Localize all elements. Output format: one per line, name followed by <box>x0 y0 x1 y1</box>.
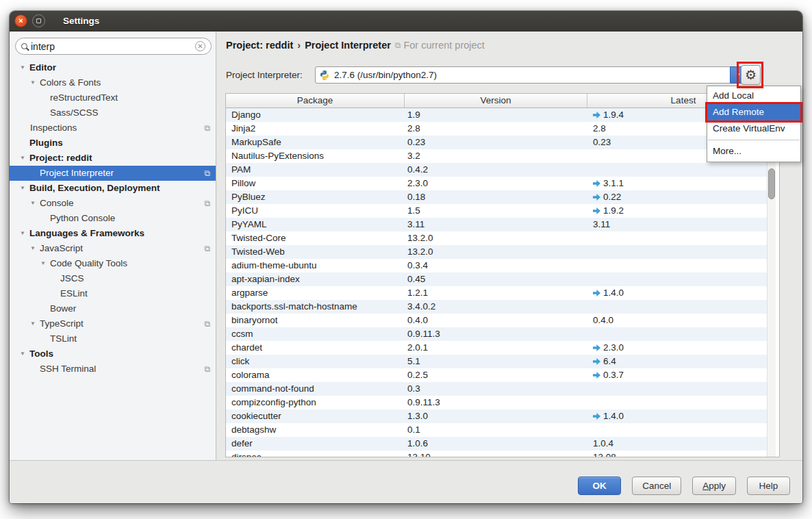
table-row[interactable]: command-not-found0.3 <box>226 382 767 396</box>
sidebar-item-inspections[interactable]: Inspections⧉ <box>10 121 216 136</box>
latest-version-text: 1.4.0 <box>603 409 624 423</box>
table-row[interactable]: debtagshw0.1 <box>226 423 767 437</box>
sidebar-item-sass-scss[interactable]: Sass/SCSS <box>10 105 216 121</box>
table-row[interactable]: PAM0.4.2 <box>226 163 767 177</box>
settings-search-input[interactable]: interp ✕ <box>15 38 212 55</box>
latest-version-text: 3.11 <box>593 218 610 231</box>
table-row[interactable]: apt-xapian-index0.45 <box>226 273 767 286</box>
table-row[interactable]: ccsm0.9.11.3 <box>226 327 767 341</box>
sidebar-item-jscs[interactable]: JSCS <box>10 271 216 286</box>
table-row[interactable]: MarkupSafe0.230.23 <box>226 136 767 149</box>
table-row[interactable]: Nautilus-PyExtensions3.2 <box>226 149 767 163</box>
table-row[interactable]: Twisted-Core13.2.0 <box>226 231 767 245</box>
expand-arrow-icon[interactable]: ▼ <box>20 151 29 166</box>
cell-version: 1.9 <box>405 108 587 122</box>
column-header-package[interactable]: Package <box>226 94 405 107</box>
ok-button[interactable]: OK <box>578 477 621 495</box>
sidebar-item-label: Tools <box>29 346 53 362</box>
table-row[interactable]: Twisted-Web13.2.0 <box>226 245 767 259</box>
scrollbar-thumb[interactable] <box>768 168 775 199</box>
cell-package: colorama <box>226 368 405 382</box>
table-row[interactable]: Jinja22.82.8 <box>226 122 767 136</box>
sidebar-item-code-quality-tools[interactable]: ▼Code Quality Tools <box>10 256 216 271</box>
menu-item-create-virtualenv[interactable]: Create VirtualEnv <box>707 121 800 137</box>
breadcrumb-page: Project Interpreter <box>305 40 391 51</box>
column-header-version[interactable]: Version <box>405 94 587 107</box>
interpreter-gear-button[interactable]: ⚙ <box>741 65 761 85</box>
sidebar-item-label: TSLint <box>50 331 77 346</box>
sidebar-item-project-interpreter[interactable]: Project Interpreter⧉ <box>10 166 216 181</box>
sidebar-item-python-console[interactable]: Python Console <box>10 211 216 226</box>
table-row[interactable]: argparse1.2.11.4.0 <box>226 286 767 300</box>
cell-latest <box>587 423 767 437</box>
cell-latest: 0.4.0 <box>587 314 767 327</box>
expand-arrow-icon[interactable]: ▼ <box>20 346 29 362</box>
sidebar-item-colors-fonts[interactable]: ▼Colors & Fonts <box>10 75 216 90</box>
sidebar-item-bower[interactable]: Bower <box>10 301 216 316</box>
table-row[interactable]: defer1.0.61.0.4 <box>226 437 767 451</box>
table-row[interactable]: dirspec13.1013.08 <box>226 451 767 457</box>
sidebar-item-plugins[interactable]: Plugins <box>10 136 216 151</box>
cell-version: 2.3.0 <box>405 177 587 190</box>
sidebar-item-tslint[interactable]: TSLint <box>10 331 216 346</box>
expand-arrow-icon[interactable]: ▼ <box>20 60 29 75</box>
upgrade-arrow-icon <box>593 413 600 420</box>
expand-arrow-icon[interactable]: ▼ <box>20 226 29 241</box>
table-row[interactable]: Django1.91.9.4 <box>226 108 767 122</box>
package-table-body: Django1.91.9.4Jinja22.82.8MarkupSafe0.23… <box>226 108 767 457</box>
cell-latest <box>587 382 767 396</box>
sidebar-item-ssh-terminal[interactable]: SSH Terminal⧉ <box>10 362 216 377</box>
table-row[interactable]: backports.ssl-match-hostname3.4.0.2 <box>226 300 767 314</box>
expand-arrow-icon[interactable]: ▼ <box>20 181 29 196</box>
cell-version: 3.4.0.2 <box>405 300 587 314</box>
window-maximize-button[interactable] <box>32 14 45 27</box>
sidebar-item-build-execution-deployment[interactable]: ▼Build, Execution, Deployment <box>10 181 216 196</box>
table-row[interactable]: PyYAML3.113.11 <box>226 218 767 231</box>
cell-package: PyICU <box>226 204 405 218</box>
table-row[interactable]: chardet2.0.12.3.0 <box>226 341 767 355</box>
sidebar-item-javascript[interactable]: ▼JavaScript⧉ <box>10 241 216 256</box>
window-close-button[interactable]: × <box>14 14 27 27</box>
expand-arrow-icon[interactable]: ▼ <box>40 256 50 271</box>
table-row[interactable]: binaryornot0.4.00.4.0 <box>226 314 767 327</box>
page-icon: ⧉ <box>395 40 401 50</box>
table-row[interactable]: click5.16.4 <box>226 355 767 368</box>
sidebar-item-label: Python Console <box>50 211 115 226</box>
python-icon <box>319 70 330 81</box>
expand-arrow-icon[interactable]: ▼ <box>30 75 40 90</box>
expand-arrow-icon[interactable]: ▼ <box>30 241 40 256</box>
help-button[interactable]: Help <box>747 477 790 495</box>
sidebar-item-editor[interactable]: ▼Editor <box>10 60 216 75</box>
menu-separator <box>708 140 800 140</box>
sidebar-item-typescript[interactable]: ▼TypeScript⧉ <box>10 316 216 331</box>
menu-item-add-remote[interactable]: Add Remote <box>707 104 800 121</box>
table-row[interactable]: PyICU1.51.9.2 <box>226 204 767 218</box>
sidebar-item-console[interactable]: ▼Console⧉ <box>10 196 216 211</box>
interpreter-combobox[interactable]: 2.7.6 (/usr/bin/python2.7) ▼ <box>315 66 746 84</box>
menu-item-add-local[interactable]: Add Local <box>707 88 800 104</box>
apply-button[interactable]: Apply <box>692 477 736 495</box>
sidebar-item-restructuredtext[interactable]: reStructuredText <box>10 90 216 105</box>
expand-arrow-icon[interactable]: ▼ <box>30 316 40 331</box>
cell-package: PAM <box>226 163 405 177</box>
table-row[interactable]: compizconfig-python0.9.11.3 <box>226 396 767 409</box>
menu-item-more[interactable]: More... <box>707 143 800 160</box>
cell-package: Nautilus-PyExtensions <box>226 149 405 163</box>
sidebar-item-tools[interactable]: ▼Tools <box>10 346 216 362</box>
sidebar-item-languages-frameworks[interactable]: ▼Languages & Frameworks <box>10 226 216 241</box>
sidebar-item-label: Sass/SCSS <box>50 105 99 121</box>
sidebar-item-eslint[interactable]: ESLint <box>10 286 216 301</box>
table-row[interactable]: adium-theme-ubuntu0.3.4 <box>226 259 767 273</box>
table-row[interactable]: Pillow2.3.03.1.1 <box>226 177 767 190</box>
table-row[interactable]: cookiecutter1.3.01.4.0 <box>226 409 767 423</box>
clear-search-icon[interactable]: ✕ <box>195 41 205 51</box>
expand-arrow-icon[interactable]: ▼ <box>30 196 40 211</box>
table-row[interactable]: colorama0.2.50.3.7 <box>226 368 767 382</box>
cell-package: compizconfig-python <box>226 396 405 409</box>
cancel-button[interactable]: Cancel <box>632 477 681 495</box>
table-row[interactable]: PyBluez0.180.22 <box>226 190 767 204</box>
sidebar-item-project-reddit[interactable]: ▼Project: reddit <box>10 151 216 166</box>
titlebar: × Settings <box>10 11 802 31</box>
cell-package: MarkupSafe <box>226 136 405 149</box>
sidebar-item-label: Inspections <box>30 121 77 136</box>
